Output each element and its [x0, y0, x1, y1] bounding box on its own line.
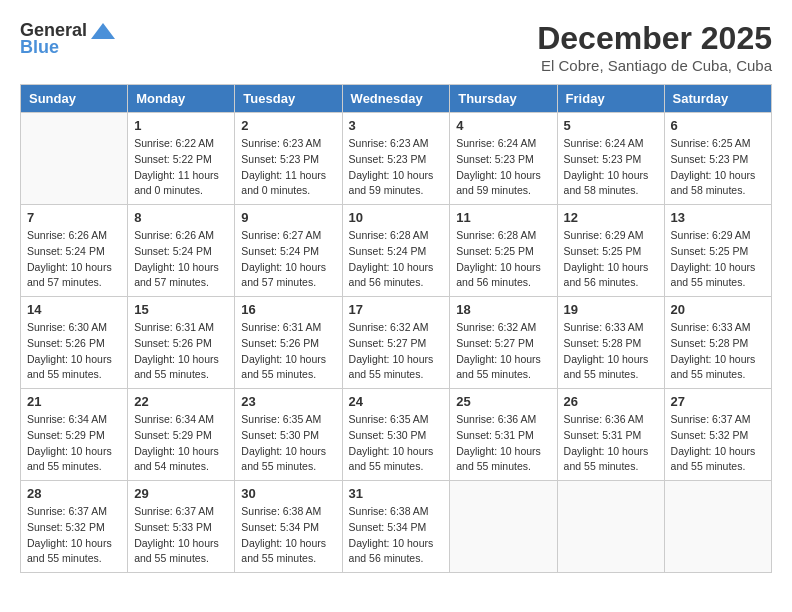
weekday-header-wednesday: Wednesday: [342, 85, 450, 113]
calendar-cell: 4Sunrise: 6:24 AMSunset: 5:23 PMDaylight…: [450, 113, 557, 205]
day-info: Sunrise: 6:23 AMSunset: 5:23 PMDaylight:…: [349, 136, 444, 199]
weekday-header-sunday: Sunday: [21, 85, 128, 113]
calendar-cell: [664, 481, 771, 573]
calendar-cell: 11Sunrise: 6:28 AMSunset: 5:25 PMDayligh…: [450, 205, 557, 297]
day-info: Sunrise: 6:36 AMSunset: 5:31 PMDaylight:…: [456, 412, 550, 475]
weekday-header-saturday: Saturday: [664, 85, 771, 113]
day-number: 17: [349, 302, 444, 317]
day-number: 20: [671, 302, 765, 317]
day-info: Sunrise: 6:34 AMSunset: 5:29 PMDaylight:…: [27, 412, 121, 475]
page-header: General Blue December 2025 El Cobre, San…: [20, 20, 772, 74]
day-number: 4: [456, 118, 550, 133]
day-number: 21: [27, 394, 121, 409]
logo-blue-text: Blue: [20, 37, 59, 58]
calendar-cell: 14Sunrise: 6:30 AMSunset: 5:26 PMDayligh…: [21, 297, 128, 389]
day-number: 25: [456, 394, 550, 409]
day-number: 29: [134, 486, 228, 501]
day-info: Sunrise: 6:35 AMSunset: 5:30 PMDaylight:…: [241, 412, 335, 475]
day-info: Sunrise: 6:38 AMSunset: 5:34 PMDaylight:…: [349, 504, 444, 567]
logo-icon: [89, 21, 117, 41]
calendar-cell: 25Sunrise: 6:36 AMSunset: 5:31 PMDayligh…: [450, 389, 557, 481]
day-info: Sunrise: 6:37 AMSunset: 5:32 PMDaylight:…: [27, 504, 121, 567]
day-number: 28: [27, 486, 121, 501]
location-title: El Cobre, Santiago de Cuba, Cuba: [537, 57, 772, 74]
title-block: December 2025 El Cobre, Santiago de Cuba…: [537, 20, 772, 74]
day-info: Sunrise: 6:37 AMSunset: 5:33 PMDaylight:…: [134, 504, 228, 567]
calendar-cell: 26Sunrise: 6:36 AMSunset: 5:31 PMDayligh…: [557, 389, 664, 481]
calendar-cell: 24Sunrise: 6:35 AMSunset: 5:30 PMDayligh…: [342, 389, 450, 481]
day-number: 16: [241, 302, 335, 317]
calendar-cell: 8Sunrise: 6:26 AMSunset: 5:24 PMDaylight…: [128, 205, 235, 297]
day-info: Sunrise: 6:34 AMSunset: 5:29 PMDaylight:…: [134, 412, 228, 475]
day-info: Sunrise: 6:32 AMSunset: 5:27 PMDaylight:…: [349, 320, 444, 383]
day-info: Sunrise: 6:22 AMSunset: 5:22 PMDaylight:…: [134, 136, 228, 199]
calendar-cell: 16Sunrise: 6:31 AMSunset: 5:26 PMDayligh…: [235, 297, 342, 389]
day-info: Sunrise: 6:24 AMSunset: 5:23 PMDaylight:…: [456, 136, 550, 199]
weekday-header-tuesday: Tuesday: [235, 85, 342, 113]
day-number: 6: [671, 118, 765, 133]
weekday-header-row: SundayMondayTuesdayWednesdayThursdayFrid…: [21, 85, 772, 113]
calendar-cell: 20Sunrise: 6:33 AMSunset: 5:28 PMDayligh…: [664, 297, 771, 389]
day-info: Sunrise: 6:36 AMSunset: 5:31 PMDaylight:…: [564, 412, 658, 475]
day-info: Sunrise: 6:31 AMSunset: 5:26 PMDaylight:…: [134, 320, 228, 383]
day-number: 24: [349, 394, 444, 409]
day-info: Sunrise: 6:24 AMSunset: 5:23 PMDaylight:…: [564, 136, 658, 199]
day-info: Sunrise: 6:38 AMSunset: 5:34 PMDaylight:…: [241, 504, 335, 567]
day-number: 15: [134, 302, 228, 317]
calendar-cell: [21, 113, 128, 205]
calendar-cell: 1Sunrise: 6:22 AMSunset: 5:22 PMDaylight…: [128, 113, 235, 205]
week-row-3: 21Sunrise: 6:34 AMSunset: 5:29 PMDayligh…: [21, 389, 772, 481]
calendar-cell: 19Sunrise: 6:33 AMSunset: 5:28 PMDayligh…: [557, 297, 664, 389]
calendar-table: SundayMondayTuesdayWednesdayThursdayFrid…: [20, 84, 772, 573]
day-info: Sunrise: 6:32 AMSunset: 5:27 PMDaylight:…: [456, 320, 550, 383]
day-number: 9: [241, 210, 335, 225]
day-info: Sunrise: 6:33 AMSunset: 5:28 PMDaylight:…: [671, 320, 765, 383]
day-number: 5: [564, 118, 658, 133]
calendar-cell: 30Sunrise: 6:38 AMSunset: 5:34 PMDayligh…: [235, 481, 342, 573]
day-number: 26: [564, 394, 658, 409]
week-row-0: 1Sunrise: 6:22 AMSunset: 5:22 PMDaylight…: [21, 113, 772, 205]
day-number: 14: [27, 302, 121, 317]
weekday-header-thursday: Thursday: [450, 85, 557, 113]
week-row-4: 28Sunrise: 6:37 AMSunset: 5:32 PMDayligh…: [21, 481, 772, 573]
day-info: Sunrise: 6:27 AMSunset: 5:24 PMDaylight:…: [241, 228, 335, 291]
day-info: Sunrise: 6:29 AMSunset: 5:25 PMDaylight:…: [671, 228, 765, 291]
day-info: Sunrise: 6:28 AMSunset: 5:24 PMDaylight:…: [349, 228, 444, 291]
day-number: 10: [349, 210, 444, 225]
svg-marker-0: [91, 23, 115, 39]
day-number: 27: [671, 394, 765, 409]
day-number: 8: [134, 210, 228, 225]
day-number: 18: [456, 302, 550, 317]
day-number: 7: [27, 210, 121, 225]
day-info: Sunrise: 6:25 AMSunset: 5:23 PMDaylight:…: [671, 136, 765, 199]
calendar-cell: 2Sunrise: 6:23 AMSunset: 5:23 PMDaylight…: [235, 113, 342, 205]
day-info: Sunrise: 6:31 AMSunset: 5:26 PMDaylight:…: [241, 320, 335, 383]
day-number: 13: [671, 210, 765, 225]
day-number: 2: [241, 118, 335, 133]
day-info: Sunrise: 6:29 AMSunset: 5:25 PMDaylight:…: [564, 228, 658, 291]
calendar-cell: 22Sunrise: 6:34 AMSunset: 5:29 PMDayligh…: [128, 389, 235, 481]
calendar-cell: 7Sunrise: 6:26 AMSunset: 5:24 PMDaylight…: [21, 205, 128, 297]
day-info: Sunrise: 6:35 AMSunset: 5:30 PMDaylight:…: [349, 412, 444, 475]
day-number: 22: [134, 394, 228, 409]
calendar-cell: 10Sunrise: 6:28 AMSunset: 5:24 PMDayligh…: [342, 205, 450, 297]
day-number: 12: [564, 210, 658, 225]
day-info: Sunrise: 6:30 AMSunset: 5:26 PMDaylight:…: [27, 320, 121, 383]
calendar-cell: 21Sunrise: 6:34 AMSunset: 5:29 PMDayligh…: [21, 389, 128, 481]
logo: General Blue: [20, 20, 117, 58]
calendar-cell: 28Sunrise: 6:37 AMSunset: 5:32 PMDayligh…: [21, 481, 128, 573]
calendar-cell: 23Sunrise: 6:35 AMSunset: 5:30 PMDayligh…: [235, 389, 342, 481]
day-number: 11: [456, 210, 550, 225]
calendar-cell: 12Sunrise: 6:29 AMSunset: 5:25 PMDayligh…: [557, 205, 664, 297]
calendar-cell: 31Sunrise: 6:38 AMSunset: 5:34 PMDayligh…: [342, 481, 450, 573]
day-info: Sunrise: 6:33 AMSunset: 5:28 PMDaylight:…: [564, 320, 658, 383]
calendar-cell: 17Sunrise: 6:32 AMSunset: 5:27 PMDayligh…: [342, 297, 450, 389]
day-info: Sunrise: 6:26 AMSunset: 5:24 PMDaylight:…: [27, 228, 121, 291]
day-number: 31: [349, 486, 444, 501]
calendar-cell: 9Sunrise: 6:27 AMSunset: 5:24 PMDaylight…: [235, 205, 342, 297]
day-info: Sunrise: 6:28 AMSunset: 5:25 PMDaylight:…: [456, 228, 550, 291]
day-number: 30: [241, 486, 335, 501]
day-info: Sunrise: 6:26 AMSunset: 5:24 PMDaylight:…: [134, 228, 228, 291]
day-number: 19: [564, 302, 658, 317]
calendar-cell: 6Sunrise: 6:25 AMSunset: 5:23 PMDaylight…: [664, 113, 771, 205]
